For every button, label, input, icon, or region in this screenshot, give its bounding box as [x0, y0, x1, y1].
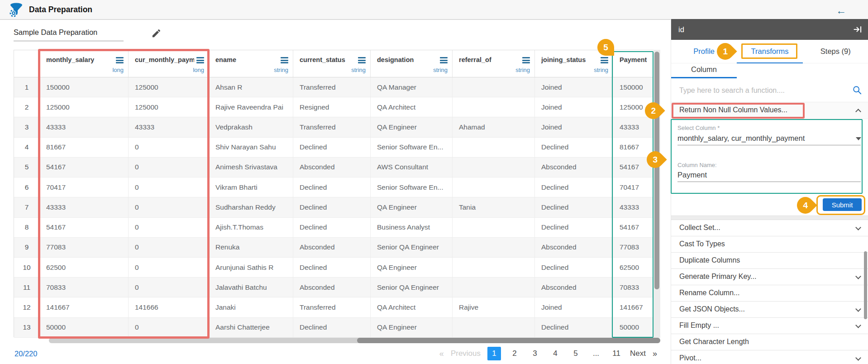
- column-header-current_status[interactable]: current_statusstring: [293, 50, 370, 77]
- column-header-monthly_salary[interactable]: monthly_salarylong: [39, 50, 128, 77]
- column-menu-icon[interactable]: [522, 57, 530, 65]
- page-button-5[interactable]: 5: [569, 347, 582, 360]
- table-vertical-scrollbar[interactable]: [653, 50, 660, 338]
- table-cell: Absconded: [293, 238, 370, 257]
- sidebar-header: id: [671, 19, 868, 40]
- function-item[interactable]: Collect Set...: [671, 220, 868, 236]
- function-item[interactable]: Generate Primary Key...: [671, 269, 868, 285]
- column-header-designation[interactable]: designationstring: [370, 50, 452, 77]
- table-row[interactable]: 7433330Sudharshan ReddyDeclinedQA Engine…: [14, 197, 660, 217]
- row-number: 9: [14, 238, 39, 257]
- table-cell: Business Analyst: [370, 218, 452, 237]
- submit-button[interactable]: Submit: [823, 198, 862, 211]
- row-number: 2: [14, 97, 39, 117]
- table-cell: 150000: [613, 77, 653, 97]
- table-horizontal-scrollbar[interactable]: [49, 338, 660, 343]
- table-cell: Ahamad: [452, 117, 534, 137]
- column-menu-icon[interactable]: [601, 57, 608, 65]
- column-menu-icon[interactable]: [440, 57, 448, 65]
- next-page-button[interactable]: Next: [630, 347, 646, 360]
- function-item[interactable]: Rename Column...: [671, 285, 868, 302]
- column-name-label: designation: [377, 56, 414, 63]
- previous-page-button[interactable]: Previous: [451, 349, 481, 358]
- column-header-cur_monthly_paym[interactable]: cur_monthly_paym...long: [128, 50, 209, 77]
- tab-steps[interactable]: Steps (9): [803, 40, 868, 63]
- horizontal-scrollbar-thumb[interactable]: [357, 338, 660, 343]
- collapse-panel-icon[interactable]: [853, 25, 862, 34]
- table-cell: [452, 258, 534, 277]
- table-cell: Resigned: [293, 97, 370, 117]
- page-button-...[interactable]: ...: [589, 347, 603, 360]
- table-cell: QA Engineer: [370, 258, 452, 277]
- first-page-arrow[interactable]: «: [439, 349, 444, 359]
- table-row[interactable]: 12141667141666JanakiTransferredQA Archit…: [14, 297, 660, 317]
- table-cell: 0: [128, 177, 209, 197]
- table-cell: 70833: [39, 278, 128, 297]
- sidebar-scrollbar-thumb[interactable]: [864, 251, 867, 319]
- row-number: 10: [14, 258, 39, 277]
- table-cell: Aarshi Chatterjee: [209, 318, 293, 337]
- table-cell: [452, 318, 534, 337]
- column-name-input[interactable]: Payment: [677, 171, 707, 179]
- table-row[interactable]: 11708330Jalavathi BatchuAbscondedSenior …: [14, 278, 660, 297]
- row-number: 1: [14, 77, 39, 97]
- table-cell: Absconded: [534, 158, 613, 177]
- table-cell: [452, 97, 534, 117]
- select-column-value[interactable]: monthly_salary, cur_monthly_payment: [677, 134, 805, 143]
- table-row[interactable]: 9770830RenukaAbscondedSenior QA Engineer…: [14, 238, 660, 258]
- search-icon[interactable]: [852, 85, 862, 95]
- table-row[interactable]: 2125000125000Rajive Raveendra PaiResigne…: [14, 97, 660, 117]
- page-button-2[interactable]: 2: [508, 347, 521, 360]
- table-cell: 0: [128, 238, 209, 257]
- table-cell: Absconded: [534, 278, 613, 297]
- page-button-1[interactable]: 1: [487, 347, 501, 360]
- table-cell: 62500: [39, 258, 128, 277]
- table-cell: 125000: [128, 77, 209, 97]
- last-page-arrow[interactable]: »: [653, 349, 657, 359]
- column-menu-icon[interactable]: [196, 57, 204, 65]
- table-row[interactable]: 5541670Animesh SrivastavaAbscondedAWS Co…: [14, 158, 660, 177]
- select-column-label: Select Column *: [677, 125, 720, 131]
- dropdown-caret-icon[interactable]: [856, 137, 861, 140]
- column-header-Payment[interactable]: Payment: [613, 50, 653, 77]
- back-arrow-icon[interactable]: ←: [836, 5, 846, 17]
- row-number-header: [14, 50, 39, 77]
- table-row[interactable]: 13500000Aarshi ChatterjeeDeclinedQA Engi…: [14, 318, 660, 338]
- table-row[interactable]: 6704170Vikram BhartiDeclinedSenior Softw…: [14, 177, 660, 197]
- table-cell: 70417: [613, 177, 653, 197]
- column-menu-icon[interactable]: [358, 57, 366, 65]
- function-item[interactable]: Pivot...: [671, 350, 868, 364]
- table-row[interactable]: 1150000125000Ahsan RTransferredQA Manage…: [14, 77, 660, 97]
- function-return-non-null[interactable]: Return Non Null Column Values...: [671, 102, 868, 119]
- function-search-input[interactable]: [679, 84, 842, 97]
- column-header-ename[interactable]: enamestring: [209, 50, 293, 77]
- function-item[interactable]: Get Character Length: [671, 334, 868, 350]
- table-row[interactable]: 8541670Ajish.T.ThomasDeclinedBusiness An…: [14, 218, 660, 238]
- table-row[interactable]: 10625000Arunjunai Sathis RDeclinedQA Eng…: [14, 258, 660, 278]
- table-cell: Declined: [534, 318, 613, 337]
- tab-transforms[interactable]: Transforms: [737, 40, 802, 63]
- table-row[interactable]: 34333343333VedprakashTransferredQA Engin…: [14, 117, 660, 137]
- column-name-label: monthly_salary: [46, 56, 94, 63]
- prep-name-field[interactable]: Sample Data Preparation: [14, 28, 124, 41]
- page-button-4[interactable]: 4: [548, 347, 562, 360]
- page-button-11[interactable]: 11: [610, 347, 623, 360]
- column-header-referral_of[interactable]: referral_ofstring: [452, 50, 534, 77]
- function-item[interactable]: Get JSON Objects...: [671, 302, 868, 318]
- function-item[interactable]: Duplicate Columns: [671, 253, 868, 269]
- step-badge-5: 5: [597, 39, 614, 56]
- subtab-column-label[interactable]: Column: [691, 65, 717, 74]
- vertical-scrollbar-thumb[interactable]: [654, 52, 659, 289]
- row-count-label[interactable]: 20/220: [14, 350, 37, 358]
- edit-pencil-icon[interactable]: [151, 28, 162, 38]
- column-menu-icon[interactable]: [281, 57, 288, 65]
- function-item[interactable]: Fill Empty ...: [671, 318, 868, 334]
- function-item[interactable]: Cast To Types: [671, 236, 868, 253]
- chevron-down-icon: [855, 225, 861, 230]
- chevron-down-icon: [855, 306, 861, 312]
- table-cell: Declined: [293, 258, 370, 277]
- column-menu-icon[interactable]: [116, 57, 124, 65]
- table-cell: Vedprakash: [209, 117, 293, 137]
- table-row[interactable]: 4816670Shiv Narayan SahuDeclinedSenior S…: [14, 138, 660, 158]
- page-button-3[interactable]: 3: [528, 347, 542, 360]
